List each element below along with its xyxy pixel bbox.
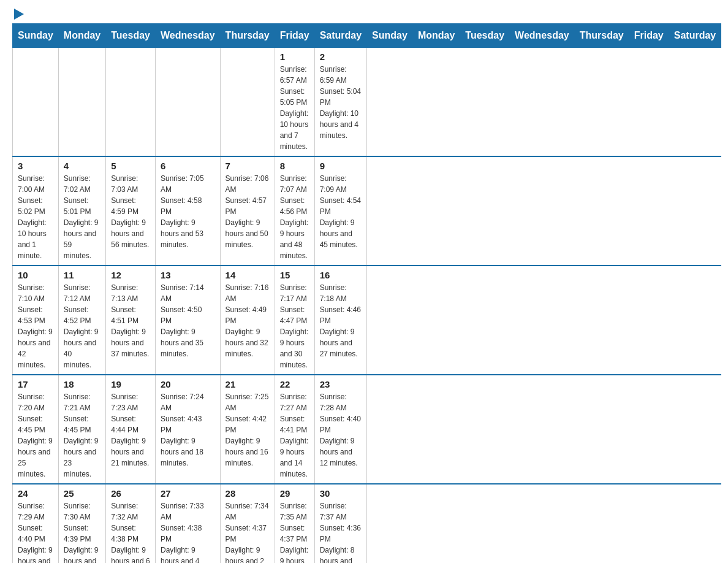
day-cell: 10Sunrise: 7:10 AMSunset: 4:53 PMDayligh… (13, 266, 59, 375)
day-info: Sunrise: 7:18 AMSunset: 4:46 PMDaylight:… (320, 282, 362, 359)
day-number: 13 (161, 270, 215, 280)
day-cell: 28Sunrise: 7:34 AMSunset: 4:37 PMDayligh… (220, 484, 275, 563)
day-info: Sunrise: 7:02 AMSunset: 5:01 PMDaylight:… (64, 173, 100, 261)
day-cell (220, 48, 275, 157)
day-cell: 13Sunrise: 7:14 AMSunset: 4:50 PMDayligh… (155, 266, 220, 375)
day-number: 26 (111, 488, 150, 499)
col-header-thursday: Thursday (220, 24, 275, 48)
day-cell: 4Sunrise: 7:02 AMSunset: 5:01 PMDaylight… (58, 156, 105, 266)
day-cell (106, 48, 156, 157)
day-number: 25 (64, 488, 100, 499)
day-cell (13, 48, 59, 157)
week-row-4: 17Sunrise: 7:20 AMSunset: 4:45 PMDayligh… (13, 375, 721, 484)
day-number: 21 (226, 379, 270, 389)
day-cell: 1Sunrise: 6:57 AMSunset: 5:05 PMDaylight… (275, 48, 314, 157)
day-number: 12 (111, 270, 150, 280)
day-info: Sunrise: 7:37 AMSunset: 4:36 PMDaylight:… (320, 500, 362, 563)
logo (12, 12, 24, 17)
day-number: 8 (280, 161, 309, 171)
day-info: Sunrise: 7:23 AMSunset: 4:44 PMDaylight:… (111, 391, 150, 469)
col-header-saturday: Saturday (669, 24, 721, 48)
calendar-header-row: SundayMondayTuesdayWednesdayThursdayFrid… (13, 24, 721, 48)
day-cell: 3Sunrise: 7:00 AMSunset: 5:02 PMDaylight… (13, 156, 59, 266)
week-row-5: 24Sunrise: 7:29 AMSunset: 4:40 PMDayligh… (13, 484, 721, 563)
day-number: 20 (161, 379, 215, 389)
page-header (12, 12, 716, 17)
day-info: Sunrise: 7:14 AMSunset: 4:50 PMDaylight:… (161, 282, 215, 359)
day-info: Sunrise: 7:16 AMSunset: 4:49 PMDaylight:… (226, 282, 270, 359)
day-number: 5 (111, 161, 150, 171)
day-number: 23 (320, 379, 362, 389)
day-cell: 6Sunrise: 7:05 AMSunset: 4:58 PMDaylight… (155, 156, 220, 266)
week-row-2: 3Sunrise: 7:00 AMSunset: 5:02 PMDaylight… (13, 156, 721, 266)
calendar-table: SundayMondayTuesdayWednesdayThursdayFrid… (12, 23, 721, 563)
day-info: Sunrise: 7:21 AMSunset: 4:45 PMDaylight:… (64, 391, 100, 480)
col-header-monday: Monday (412, 24, 460, 48)
day-number: 15 (280, 270, 309, 280)
day-cell: 5Sunrise: 7:03 AMSunset: 4:59 PMDaylight… (106, 156, 156, 266)
day-number: 7 (226, 161, 270, 171)
day-info: Sunrise: 7:05 AMSunset: 4:58 PMDaylight:… (161, 173, 215, 250)
day-cell: 8Sunrise: 7:07 AMSunset: 4:56 PMDaylight… (275, 156, 314, 266)
day-number: 27 (161, 488, 215, 499)
col-header-wednesday: Wednesday (510, 24, 575, 48)
day-number: 30 (320, 488, 362, 499)
day-number: 17 (18, 379, 53, 389)
day-number: 24 (18, 488, 53, 499)
day-info: Sunrise: 6:59 AMSunset: 5:04 PMDaylight:… (320, 64, 362, 141)
col-header-sunday: Sunday (13, 24, 59, 48)
day-cell: 19Sunrise: 7:23 AMSunset: 4:44 PMDayligh… (106, 375, 156, 484)
day-number: 28 (226, 488, 270, 499)
day-cell: 12Sunrise: 7:13 AMSunset: 4:51 PMDayligh… (106, 266, 156, 375)
week-row-3: 10Sunrise: 7:10 AMSunset: 4:53 PMDayligh… (13, 266, 721, 375)
day-info: Sunrise: 7:32 AMSunset: 4:38 PMDaylight:… (111, 500, 150, 563)
day-info: Sunrise: 7:07 AMSunset: 4:56 PMDaylight:… (280, 173, 309, 261)
day-number: 3 (18, 161, 53, 171)
day-number: 4 (64, 161, 100, 171)
day-cell: 25Sunrise: 7:30 AMSunset: 4:39 PMDayligh… (58, 484, 105, 563)
col-header-saturday: Saturday (314, 24, 366, 48)
col-header-monday: Monday (58, 24, 105, 48)
day-info: Sunrise: 7:24 AMSunset: 4:43 PMDaylight:… (161, 391, 215, 469)
day-info: Sunrise: 7:03 AMSunset: 4:59 PMDaylight:… (111, 173, 150, 250)
week-row-1: 1Sunrise: 6:57 AMSunset: 5:05 PMDaylight… (13, 48, 721, 157)
day-info: Sunrise: 7:20 AMSunset: 4:45 PMDaylight:… (18, 391, 53, 480)
day-number: 10 (18, 270, 53, 280)
day-info: Sunrise: 7:12 AMSunset: 4:52 PMDaylight:… (64, 282, 100, 370)
logo-content (12, 12, 24, 17)
day-cell: 14Sunrise: 7:16 AMSunset: 4:49 PMDayligh… (220, 266, 275, 375)
day-cell: 24Sunrise: 7:29 AMSunset: 4:40 PMDayligh… (13, 484, 59, 563)
day-info: Sunrise: 7:25 AMSunset: 4:42 PMDaylight:… (226, 391, 270, 469)
col-header-tuesday: Tuesday (460, 24, 510, 48)
day-info: Sunrise: 7:00 AMSunset: 5:02 PMDaylight:… (18, 173, 53, 261)
day-number: 9 (320, 161, 362, 171)
day-info: Sunrise: 7:13 AMSunset: 4:51 PMDaylight:… (111, 282, 150, 359)
day-cell: 26Sunrise: 7:32 AMSunset: 4:38 PMDayligh… (106, 484, 156, 563)
day-info: Sunrise: 7:33 AMSunset: 4:38 PMDaylight:… (161, 500, 215, 563)
day-cell: 22Sunrise: 7:27 AMSunset: 4:41 PMDayligh… (275, 375, 314, 484)
col-header-wednesday: Wednesday (155, 24, 220, 48)
day-cell: 17Sunrise: 7:20 AMSunset: 4:45 PMDayligh… (13, 375, 59, 484)
day-number: 6 (161, 161, 215, 171)
day-info: Sunrise: 7:30 AMSunset: 4:39 PMDaylight:… (64, 500, 100, 563)
day-number: 1 (280, 52, 309, 62)
day-number: 14 (226, 270, 270, 280)
day-cell: 11Sunrise: 7:12 AMSunset: 4:52 PMDayligh… (58, 266, 105, 375)
day-info: Sunrise: 7:34 AMSunset: 4:37 PMDaylight:… (226, 500, 270, 563)
day-info: Sunrise: 7:17 AMSunset: 4:47 PMDaylight:… (280, 282, 309, 370)
day-number: 11 (64, 270, 100, 280)
day-number: 16 (320, 270, 362, 280)
day-cell: 27Sunrise: 7:33 AMSunset: 4:38 PMDayligh… (155, 484, 220, 563)
day-info: Sunrise: 7:35 AMSunset: 4:37 PMDaylight:… (280, 500, 309, 563)
day-info: Sunrise: 7:28 AMSunset: 4:40 PMDaylight:… (320, 391, 362, 469)
day-cell (58, 48, 105, 157)
day-number: 18 (64, 379, 100, 389)
col-header-thursday: Thursday (574, 24, 629, 48)
day-cell: 16Sunrise: 7:18 AMSunset: 4:46 PMDayligh… (314, 266, 366, 375)
day-info: Sunrise: 7:09 AMSunset: 4:54 PMDaylight:… (320, 173, 362, 250)
day-cell: 18Sunrise: 7:21 AMSunset: 4:45 PMDayligh… (58, 375, 105, 484)
day-cell: 2Sunrise: 6:59 AMSunset: 5:04 PMDaylight… (314, 48, 366, 157)
day-cell: 20Sunrise: 7:24 AMSunset: 4:43 PMDayligh… (155, 375, 220, 484)
col-header-friday: Friday (275, 24, 314, 48)
day-cell: 7Sunrise: 7:06 AMSunset: 4:57 PMDaylight… (220, 156, 275, 266)
